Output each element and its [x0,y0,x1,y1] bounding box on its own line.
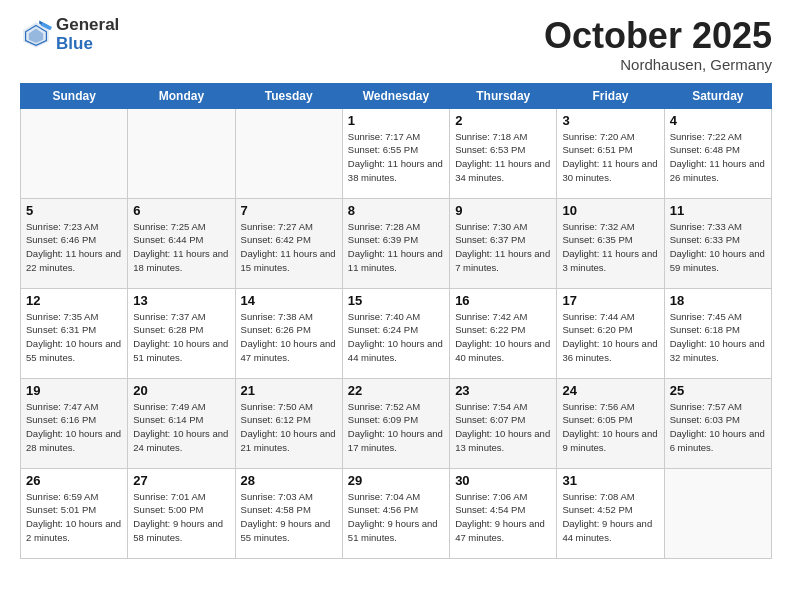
day-number: 15 [348,293,444,308]
day-detail: Sunrise: 7:01 AMSunset: 5:00 PMDaylight:… [133,490,229,545]
day-detail: Sunrise: 7:18 AMSunset: 6:53 PMDaylight:… [455,130,551,185]
day-number: 5 [26,203,122,218]
day-cell: 29Sunrise: 7:04 AMSunset: 4:56 PMDayligh… [342,468,449,558]
day-cell [664,468,771,558]
day-cell [128,108,235,198]
day-number: 25 [670,383,766,398]
day-cell: 31Sunrise: 7:08 AMSunset: 4:52 PMDayligh… [557,468,664,558]
week-row-2: 5Sunrise: 7:23 AMSunset: 6:46 PMDaylight… [21,198,772,288]
day-cell: 28Sunrise: 7:03 AMSunset: 4:58 PMDayligh… [235,468,342,558]
day-cell: 8Sunrise: 7:28 AMSunset: 6:39 PMDaylight… [342,198,449,288]
day-number: 23 [455,383,551,398]
calendar-table: SundayMondayTuesdayWednesdayThursdayFrid… [20,83,772,559]
day-cell: 11Sunrise: 7:33 AMSunset: 6:33 PMDayligh… [664,198,771,288]
day-number: 3 [562,113,658,128]
day-number: 12 [26,293,122,308]
col-header-tuesday: Tuesday [235,83,342,108]
day-number: 20 [133,383,229,398]
logo-blue: Blue [56,35,119,54]
title-block: October 2025 Nordhausen, Germany [544,16,772,73]
day-number: 8 [348,203,444,218]
day-cell [21,108,128,198]
day-number: 14 [241,293,337,308]
day-cell: 27Sunrise: 7:01 AMSunset: 5:00 PMDayligh… [128,468,235,558]
day-number: 31 [562,473,658,488]
day-detail: Sunrise: 7:30 AMSunset: 6:37 PMDaylight:… [455,220,551,275]
day-detail: Sunrise: 7:42 AMSunset: 6:22 PMDaylight:… [455,310,551,365]
day-detail: Sunrise: 7:54 AMSunset: 6:07 PMDaylight:… [455,400,551,455]
day-detail: Sunrise: 7:06 AMSunset: 4:54 PMDaylight:… [455,490,551,545]
day-cell: 20Sunrise: 7:49 AMSunset: 6:14 PMDayligh… [128,378,235,468]
day-number: 11 [670,203,766,218]
day-number: 10 [562,203,658,218]
day-detail: Sunrise: 7:27 AMSunset: 6:42 PMDaylight:… [241,220,337,275]
day-cell: 22Sunrise: 7:52 AMSunset: 6:09 PMDayligh… [342,378,449,468]
day-detail: Sunrise: 7:52 AMSunset: 6:09 PMDaylight:… [348,400,444,455]
day-detail: Sunrise: 7:38 AMSunset: 6:26 PMDaylight:… [241,310,337,365]
day-cell: 25Sunrise: 7:57 AMSunset: 6:03 PMDayligh… [664,378,771,468]
day-cell: 6Sunrise: 7:25 AMSunset: 6:44 PMDaylight… [128,198,235,288]
day-detail: Sunrise: 7:50 AMSunset: 6:12 PMDaylight:… [241,400,337,455]
day-number: 26 [26,473,122,488]
location: Nordhausen, Germany [544,56,772,73]
day-detail: Sunrise: 7:35 AMSunset: 6:31 PMDaylight:… [26,310,122,365]
day-number: 2 [455,113,551,128]
day-cell: 17Sunrise: 7:44 AMSunset: 6:20 PMDayligh… [557,288,664,378]
logo-icon [20,19,52,51]
day-number: 19 [26,383,122,398]
day-cell: 3Sunrise: 7:20 AMSunset: 6:51 PMDaylight… [557,108,664,198]
day-detail: Sunrise: 7:25 AMSunset: 6:44 PMDaylight:… [133,220,229,275]
col-header-saturday: Saturday [664,83,771,108]
day-detail: Sunrise: 7:33 AMSunset: 6:33 PMDaylight:… [670,220,766,275]
day-detail: Sunrise: 7:08 AMSunset: 4:52 PMDaylight:… [562,490,658,545]
day-number: 18 [670,293,766,308]
day-cell: 14Sunrise: 7:38 AMSunset: 6:26 PMDayligh… [235,288,342,378]
col-header-sunday: Sunday [21,83,128,108]
day-cell: 23Sunrise: 7:54 AMSunset: 6:07 PMDayligh… [450,378,557,468]
day-detail: Sunrise: 7:23 AMSunset: 6:46 PMDaylight:… [26,220,122,275]
day-cell: 9Sunrise: 7:30 AMSunset: 6:37 PMDaylight… [450,198,557,288]
day-cell: 24Sunrise: 7:56 AMSunset: 6:05 PMDayligh… [557,378,664,468]
day-detail: Sunrise: 7:40 AMSunset: 6:24 PMDaylight:… [348,310,444,365]
day-detail: Sunrise: 7:04 AMSunset: 4:56 PMDaylight:… [348,490,444,545]
day-cell [235,108,342,198]
day-cell: 7Sunrise: 7:27 AMSunset: 6:42 PMDaylight… [235,198,342,288]
logo-text: General Blue [56,16,119,53]
day-number: 1 [348,113,444,128]
day-number: 4 [670,113,766,128]
day-number: 17 [562,293,658,308]
day-number: 7 [241,203,337,218]
month-title: October 2025 [544,16,772,56]
day-number: 28 [241,473,337,488]
day-detail: Sunrise: 7:28 AMSunset: 6:39 PMDaylight:… [348,220,444,275]
day-cell: 12Sunrise: 7:35 AMSunset: 6:31 PMDayligh… [21,288,128,378]
day-detail: Sunrise: 6:59 AMSunset: 5:01 PMDaylight:… [26,490,122,545]
day-number: 24 [562,383,658,398]
day-cell: 21Sunrise: 7:50 AMSunset: 6:12 PMDayligh… [235,378,342,468]
day-detail: Sunrise: 7:32 AMSunset: 6:35 PMDaylight:… [562,220,658,275]
day-detail: Sunrise: 7:49 AMSunset: 6:14 PMDaylight:… [133,400,229,455]
logo: General Blue [20,16,119,53]
day-cell: 13Sunrise: 7:37 AMSunset: 6:28 PMDayligh… [128,288,235,378]
col-header-thursday: Thursday [450,83,557,108]
day-cell: 1Sunrise: 7:17 AMSunset: 6:55 PMDaylight… [342,108,449,198]
day-number: 9 [455,203,551,218]
col-header-monday: Monday [128,83,235,108]
col-header-wednesday: Wednesday [342,83,449,108]
day-cell: 5Sunrise: 7:23 AMSunset: 6:46 PMDaylight… [21,198,128,288]
day-cell: 30Sunrise: 7:06 AMSunset: 4:54 PMDayligh… [450,468,557,558]
day-number: 29 [348,473,444,488]
day-cell: 16Sunrise: 7:42 AMSunset: 6:22 PMDayligh… [450,288,557,378]
day-detail: Sunrise: 7:47 AMSunset: 6:16 PMDaylight:… [26,400,122,455]
day-detail: Sunrise: 7:56 AMSunset: 6:05 PMDaylight:… [562,400,658,455]
day-number: 27 [133,473,229,488]
day-detail: Sunrise: 7:22 AMSunset: 6:48 PMDaylight:… [670,130,766,185]
day-cell: 15Sunrise: 7:40 AMSunset: 6:24 PMDayligh… [342,288,449,378]
day-number: 6 [133,203,229,218]
header: General Blue October 2025 Nordhausen, Ge… [20,16,772,73]
page: General Blue October 2025 Nordhausen, Ge… [0,0,792,575]
day-number: 22 [348,383,444,398]
day-number: 13 [133,293,229,308]
day-number: 16 [455,293,551,308]
week-row-1: 1Sunrise: 7:17 AMSunset: 6:55 PMDaylight… [21,108,772,198]
